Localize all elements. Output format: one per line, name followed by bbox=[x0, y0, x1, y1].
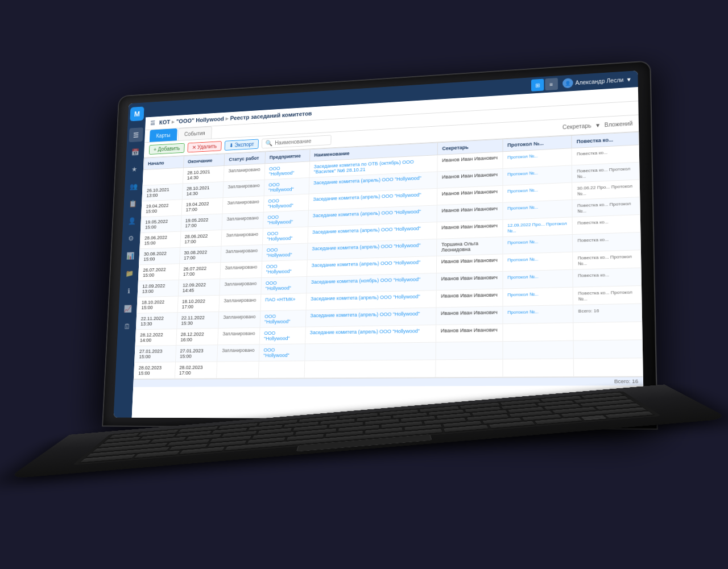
sidebar-icon-menu[interactable]: ☰ bbox=[129, 127, 143, 142]
cell-3-0: 19.05.2022 15:00 bbox=[140, 215, 181, 232]
sidebar-icon-schedule[interactable]: 🗓 bbox=[119, 318, 134, 333]
cell-10-0: 28.12.2022 14:00 bbox=[135, 329, 177, 346]
sidebar-icon-person[interactable]: 👤 bbox=[125, 213, 139, 228]
cell-9-3: ООО "Hollywood" bbox=[260, 310, 306, 327]
cell-2-6: Протокол №... bbox=[503, 182, 572, 202]
search-input[interactable] bbox=[275, 137, 328, 146]
attachment-label: Вложений bbox=[605, 120, 633, 127]
cell-3-2: Запланировано bbox=[222, 212, 263, 230]
cell-8-4: Заседание комитета (апрель) ООО "Hollywo… bbox=[306, 290, 436, 310]
cell-5-1: 30.08.2022 17:00 bbox=[179, 246, 221, 264]
tab-events[interactable]: События bbox=[177, 126, 212, 140]
cell-7-2: Запланировано bbox=[220, 277, 262, 295]
main-table: Начало Окончание Статус работ Предприяти… bbox=[134, 131, 643, 379]
cell-12-5 bbox=[436, 359, 503, 377]
grid-view-button[interactable]: ⊞ bbox=[531, 78, 544, 91]
avatar: 👤 bbox=[562, 78, 573, 88]
delete-button[interactable]: ✕ Удалить bbox=[187, 141, 221, 152]
cell-1-0: 26.10.2021 13:00 bbox=[142, 183, 183, 201]
cell-6-6: Протокол №... bbox=[503, 252, 573, 271]
sidebar-icon-star[interactable]: ★ bbox=[127, 161, 142, 176]
view-toggle: ⊞ ≡ bbox=[531, 78, 558, 92]
cell-1-6: Протокол №... bbox=[503, 165, 572, 185]
cell-10-7 bbox=[573, 321, 642, 340]
cell-11-5 bbox=[436, 341, 503, 359]
table-body: 28.10.2021 14:30ЗапланированоООО "Hollyw… bbox=[134, 144, 643, 379]
cell-7-4: Заседание комитета (ноябрь) ООО "Hollywo… bbox=[306, 273, 436, 293]
sidebar-icon-docs[interactable]: 📋 bbox=[126, 196, 140, 210]
cell-8-2: Запланировано bbox=[219, 294, 261, 312]
cell-0-0 bbox=[143, 168, 183, 185]
screen-bezel: M ☰ 📅 ★ 👥 📋 👤 ⚙ 📊 📁 ℹ 📈 🗓 bbox=[114, 70, 644, 420]
export-button[interactable]: ⬇ Экспорт bbox=[224, 139, 259, 150]
cell-3-1: 19.05.2022 17:00 bbox=[181, 214, 223, 231]
hamburger-icon[interactable]: ☰ bbox=[150, 119, 155, 126]
chevron-down-icon: ▼ bbox=[626, 76, 632, 82]
cell-5-3: ООО "Hollywood" bbox=[262, 243, 307, 261]
cell-0-1: 28.10.2021 14:30 bbox=[183, 165, 224, 183]
cell-11-0: 27.01.2023 15:00 bbox=[135, 345, 176, 362]
col-end: Окончание bbox=[183, 153, 225, 167]
cell-1-5: Иванов Иван Иванович bbox=[437, 168, 502, 188]
cell-10-3: ООО "Hollywood" bbox=[259, 327, 305, 344]
cell-12-2 bbox=[217, 361, 259, 378]
cell-6-0: 26.07.2022 15:00 bbox=[138, 263, 179, 280]
cell-6-3: ООО "Hollywood" bbox=[262, 260, 307, 277]
cell-12-7 bbox=[573, 358, 643, 376]
avatar-icon: 👤 bbox=[565, 80, 570, 85]
cell-6-7: Повестка ко... Протокол №... bbox=[573, 250, 641, 269]
cell-1-2: Запланировано bbox=[223, 180, 264, 198]
cell-0-5: Иванов Иван Иванович bbox=[437, 151, 503, 171]
cell-12-6 bbox=[502, 358, 573, 376]
table-container: Начало Окончание Статус работ Предприяти… bbox=[132, 131, 644, 419]
cell-3-7: Повестка ко... Протокол №... bbox=[572, 197, 640, 217]
cell-11-1: 27.01.2023 15:00 bbox=[175, 344, 218, 362]
sidebar-icon-calendar[interactable]: 📅 bbox=[128, 144, 142, 159]
cell-2-7: 30.06.22 Про... Протокол №... bbox=[572, 179, 640, 200]
cell-0-7: Повестка ко... bbox=[572, 144, 639, 165]
sidebar-icon-users[interactable]: 👥 bbox=[126, 178, 141, 193]
cell-10-2: Запланировано bbox=[218, 327, 260, 344]
sidebar-icon-analytics[interactable]: 📈 bbox=[121, 301, 135, 315]
cell-9-7: Всего: 16 bbox=[573, 304, 642, 323]
breadcrumb-section: Реестр заседаний комитетов bbox=[230, 110, 312, 121]
cell-5-0: 30.08.2022 15:00 bbox=[139, 247, 180, 265]
col-start: Начало bbox=[143, 156, 184, 169]
cell-9-1: 22.11.2022 15:30 bbox=[176, 312, 218, 329]
cell-6-2: Запланировано bbox=[220, 261, 262, 279]
col-status: Статус работ bbox=[224, 151, 265, 165]
cell-4-6: 12.09.2022 Про... Протокол №... bbox=[503, 217, 573, 236]
sidebar-logo: M bbox=[130, 106, 144, 121]
cell-11-3: ООО "Hollywood" bbox=[259, 343, 305, 361]
cell-0-3: ООО "Hollywood" bbox=[264, 161, 309, 179]
cell-9-6: Протокол №... bbox=[502, 305, 573, 323]
cell-7-1: 12.09.2022 14:45 bbox=[178, 279, 220, 296]
cell-6-1: 26.07.2022 17:00 bbox=[179, 262, 221, 280]
cell-5-2: Запланировано bbox=[221, 244, 262, 262]
cell-12-4 bbox=[304, 359, 436, 377]
sidebar-icon-info[interactable]: ℹ bbox=[121, 283, 136, 298]
cell-7-7: Повестка ко... bbox=[573, 268, 641, 287]
sidebar-icon-settings[interactable]: ⚙ bbox=[124, 230, 139, 245]
breadcrumb-company: "ООО" Hollywood bbox=[176, 115, 224, 124]
main-content: ⊞ ≡ 👤 Александр Лесли ▼ ☰ bbox=[132, 70, 644, 420]
username: Александр Лесли bbox=[575, 76, 623, 85]
list-view-button[interactable]: ≡ bbox=[545, 78, 558, 90]
sidebar-icon-chart[interactable]: 📊 bbox=[123, 248, 138, 263]
cell-2-3: ООО "Hollywood" bbox=[263, 194, 309, 212]
cell-12-3 bbox=[258, 360, 304, 377]
cell-7-3: ООО "Hollywood" bbox=[261, 276, 307, 294]
cell-3-5: Иванов Иван Иванович bbox=[437, 202, 503, 222]
sidebar-icon-folder[interactable]: 📁 bbox=[122, 265, 137, 280]
cell-6-5: Иванов Иван Иванович bbox=[436, 254, 502, 273]
cell-4-3: ООО "Hollywood" bbox=[262, 226, 308, 244]
cell-2-5: Иванов Иван Иванович bbox=[437, 185, 502, 205]
cell-10-5: Иванов Иван Иванович bbox=[436, 323, 502, 342]
add-button[interactable]: + Добавить bbox=[149, 143, 185, 154]
cell-11-6 bbox=[502, 340, 573, 359]
cell-5-7: Повестка ко... bbox=[572, 232, 640, 252]
cell-1-1: 28.10.2021 14:30 bbox=[182, 181, 224, 199]
cell-4-2: Запланировано bbox=[221, 228, 263, 246]
tab-cards[interactable]: Карты bbox=[150, 128, 177, 142]
cell-7-6: Протокол №... bbox=[503, 269, 573, 289]
